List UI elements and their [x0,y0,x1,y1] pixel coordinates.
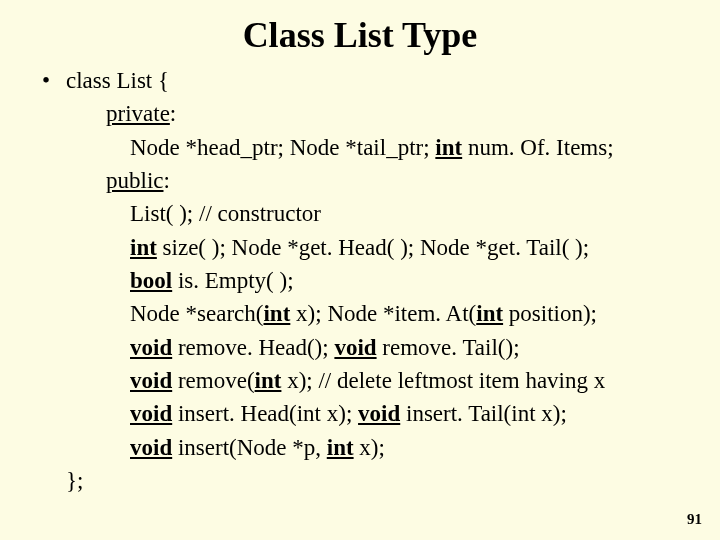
ctor-line: List( ); // constructor [42,197,700,230]
kw-void5: void [358,401,400,426]
slide-title: Class List Type [0,0,720,64]
kw-public: public [106,168,164,193]
node5: Node [130,301,180,326]
kw-void1: void [130,335,172,360]
kw-int5: int [255,368,282,393]
size-line: int size( ); Node *get. Head( ); Node *g… [42,231,700,264]
size: size( ); [157,235,232,260]
inserthead: insert. Head(int x); [172,401,352,426]
class-decl: class List { [66,64,169,97]
inserthead-line: void insert. Head(int x); void insert. T… [42,397,700,430]
remove-pre: remove( [172,368,254,393]
kw-bool: bool [130,268,172,293]
node1: Node [130,135,180,160]
insert-pre: insert(Node *p, [172,435,327,460]
node3: Node [232,235,282,260]
private-line: private: [42,97,700,130]
colon2: : [164,168,170,193]
x1: x); [290,301,321,326]
remove-post: x); // delete leftmost item having x [281,368,605,393]
isempty-line: bool is. Empty( ); [42,264,700,297]
inserttail: insert. Tail(int x); [400,401,567,426]
kw-private: private [106,101,170,126]
numof: num. Of. Items; [462,135,613,160]
kw-void2: void [334,335,376,360]
node4: Node [420,235,470,260]
x2: x); [354,435,385,460]
kw-int4: int [476,301,503,326]
itemat-pre: *item. At( [377,301,476,326]
removetail: remove. Tail(); [377,335,520,360]
kw-void4: void [130,401,172,426]
removehead: remove. Head(); [172,335,328,360]
close-brace: }; [42,464,700,497]
kw-int3: int [263,301,290,326]
kw-void3: void [130,368,172,393]
colon: : [170,101,176,126]
bullet-line: • class List { [42,64,700,97]
node2: Node [290,135,340,160]
search-line: Node *search(int x); Node *item. At(int … [42,297,700,330]
gethead: *get. Head( ); [281,235,420,260]
removehead-line: void remove. Head(); void remove. Tail()… [42,331,700,364]
kw-int6: int [327,435,354,460]
headptr: *head_ptr; [180,135,290,160]
gettail: *get. Tail( ); [470,235,589,260]
isempty: is. Empty( ); [172,268,293,293]
kw-void6: void [130,435,172,460]
slide: Class List Type • class List { private: … [0,0,720,540]
bullet-icon: • [42,64,66,97]
search: *search( [180,301,264,326]
tailptr: *tail_ptr; [340,135,436,160]
kw-int: int [435,135,462,160]
node6: Node [327,301,377,326]
members-line: Node *head_ptr; Node *tail_ptr; int num.… [42,131,700,164]
public-line: public: [42,164,700,197]
itemat-post: position); [503,301,597,326]
insert-line: void insert(Node *p, int x); [42,431,700,464]
remove-line: void remove(int x); // delete leftmost i… [42,364,700,397]
kw-int2: int [130,235,157,260]
slide-body: • class List { private: Node *head_ptr; … [0,64,720,497]
page-number: 91 [687,511,702,528]
